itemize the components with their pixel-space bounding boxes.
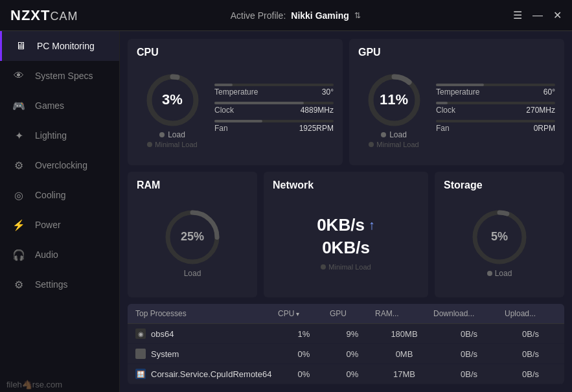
cpu-gauge: 3% [145, 73, 200, 128]
gpu-minimal-text: Minimal Load [376, 141, 418, 148]
sidebar-item-lighting[interactable]: ✦ Lighting [0, 121, 119, 150]
cpu-clock-info: Clock 4889MHz [214, 106, 334, 115]
corsair-icon: 🪟 [135, 369, 146, 379]
corsair-gpu: 0% [330, 369, 375, 379]
process-obs-label: obs64 [151, 329, 174, 339]
process-system-label: System [151, 349, 179, 359]
table-header: Top Processes CPU ▾ GPU RAM... Download.… [128, 304, 564, 324]
obs-download: 0B/s [433, 329, 505, 339]
obs-ram: 180MB [375, 329, 433, 339]
th-upload[interactable]: Upload... [505, 309, 556, 318]
ram-card: RAM 25% Load [128, 172, 257, 298]
sidebar-item-pc-monitoring[interactable]: 🖥 PC Monitoring [0, 31, 119, 61]
sidebar-item-games[interactable]: 🎮 Games [0, 91, 119, 121]
table-row: ◉ obs64 1% 9% 180MB 0B/s 0B/s [128, 324, 564, 344]
storage-load-label: Load [487, 269, 512, 278]
gpu-load-text: Load [389, 130, 407, 139]
th-download[interactable]: Download... [433, 309, 505, 318]
gpu-clock-bar-bg [436, 102, 555, 104]
process-name-obs: ◉ obs64 [135, 329, 278, 339]
titlebar: NZXTCAM Active Profile: Nikki Gaming ⇅ ☰… [0, 0, 572, 31]
corsair-ram: 17MB [375, 369, 433, 379]
cpu-temp-bar-bg [214, 84, 334, 86]
sidebar-label-settings: Settings [35, 279, 68, 290]
gpu-fan-info: Fan 0RPM [436, 124, 555, 133]
cpu-clock-bar [214, 102, 304, 104]
cpu-minimal-dot [147, 142, 152, 147]
net-minimal-dot [321, 264, 326, 270]
cpu-clock-label: Clock [214, 106, 234, 115]
profile-arrow-icon[interactable]: ⇅ [354, 11, 361, 20]
cpu-load-text: Load [168, 130, 185, 139]
table-row: System 0% 0% 0MB 0B/s 0B/s [128, 344, 564, 364]
sidebar-item-overclocking[interactable]: ⚙ Overclocking [0, 150, 119, 180]
th-download-label: Download... [433, 309, 474, 318]
th-ram-label: RAM... [375, 309, 399, 318]
cpu-temp-row: Temperature 30° [214, 84, 334, 97]
system-cpu: 0% [278, 349, 330, 359]
cpu-clock-bar-bg [214, 102, 334, 104]
th-cpu[interactable]: CPU ▾ [278, 309, 330, 318]
system-gpu: 0% [330, 349, 375, 359]
gpu-clock-row: Clock 270MHz [436, 102, 555, 115]
logo-nzxt: NZXT [10, 7, 50, 23]
gpu-gauge-area: 11% Load Minimal Load [358, 73, 429, 148]
th-upload-label: Upload... [505, 309, 536, 318]
storage-gauge: 5% [470, 208, 529, 266]
gpu-fan-row: Fan 0RPM [436, 120, 555, 133]
power-icon: ⚡ [12, 218, 26, 232]
top-cards-row: CPU 3% Load [128, 39, 564, 165]
cpu-percent: 3% [162, 91, 183, 108]
cpu-fan-row: Fan 1925RPM [214, 120, 334, 133]
gpu-temp-info: Temperature 60° [436, 87, 555, 97]
close-button[interactable]: ✕ [553, 9, 562, 21]
gpu-load-dot [381, 132, 386, 137]
sidebar-label-power: Power [35, 220, 61, 230]
gpu-card-inner: 11% Load Minimal Load [358, 63, 555, 157]
eye-icon: 👁 [12, 69, 26, 83]
cpu-clock-row: Clock 4889MHz [214, 102, 334, 115]
bottom-cards-row: RAM 25% Load Network [128, 172, 564, 298]
gpu-fan-bar-bg [436, 120, 555, 122]
gpu-temp-label: Temperature [436, 87, 479, 97]
th-gpu-label: GPU [330, 309, 347, 318]
sidebar-item-cooling[interactable]: ◎ Cooling [0, 180, 119, 210]
storage-card-title: Storage [444, 179, 555, 191]
gpu-load-label: Load [381, 130, 407, 139]
profile-section: Active Profile: Nikki Gaming ⇅ [231, 10, 361, 21]
sidebar-item-audio[interactable]: 🎧 Audio [0, 240, 119, 270]
cpu-temp-label: Temperature [214, 87, 258, 97]
gpu-clock-bar [436, 102, 448, 104]
ram-card-title: RAM [137, 179, 248, 191]
cpu-temp-info: Temperature 30° [214, 87, 334, 97]
th-gpu[interactable]: GPU [330, 309, 375, 318]
obs-upload: 0B/s [505, 329, 556, 339]
sidebar-item-power[interactable]: ⚡ Power [0, 210, 119, 240]
corsair-cpu: 0% [278, 369, 330, 379]
cpu-clock-value: 4889MHz [301, 106, 334, 115]
network-card-title: Network [273, 179, 419, 191]
main-layout: 🖥 PC Monitoring 👁 System Specs 🎮 Games ✦… [0, 31, 572, 392]
gpu-temp-bar-bg [436, 84, 555, 86]
cpu-sort-icon: ▾ [296, 310, 299, 317]
network-inner: 0KB/s ↑ 0KB/s Minimal Load [273, 196, 419, 290]
cpu-fan-value: 1925RPM [299, 124, 334, 133]
gpu-percent: 11% [380, 91, 408, 108]
minimize-button[interactable]: — [532, 10, 543, 21]
active-profile-name: Nikki Gaming [291, 10, 349, 21]
system-icon [135, 349, 146, 359]
sidebar-item-system-specs[interactable]: 👁 System Specs [0, 61, 119, 91]
th-ram[interactable]: RAM... [375, 309, 433, 318]
games-icon: 🎮 [12, 98, 26, 113]
obs-cpu: 1% [278, 329, 330, 339]
process-name-system: System [135, 349, 278, 359]
system-download: 0B/s [433, 349, 505, 359]
sidebar-label-lighting: Lighting [35, 130, 67, 141]
cpu-gauge-area: 3% Load Minimal Load [137, 73, 208, 148]
upload-arrow-icon: ↑ [369, 218, 375, 233]
menu-icon[interactable]: ☰ [513, 9, 522, 21]
cooling-icon: ◎ [12, 188, 26, 202]
cpu-fan-bar [214, 120, 262, 122]
th-cpu-label: CPU [278, 309, 294, 318]
sidebar-item-settings[interactable]: ⚙ Settings [0, 270, 119, 299]
